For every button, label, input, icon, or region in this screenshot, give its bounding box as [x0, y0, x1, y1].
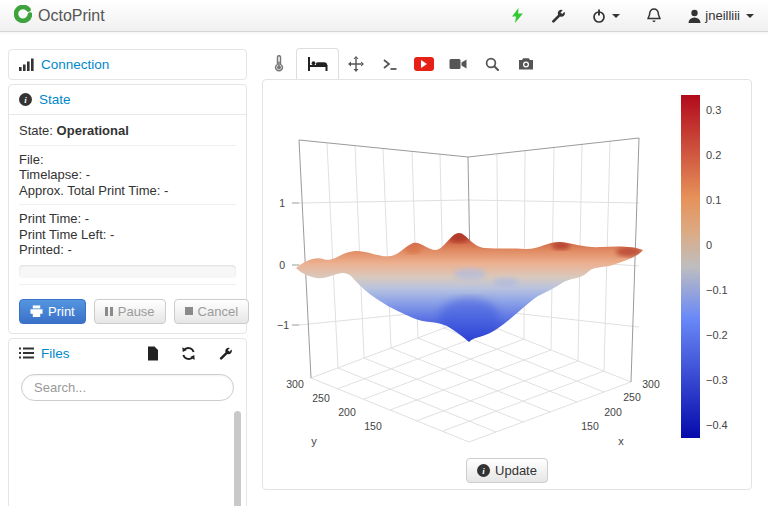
tab-youtube[interactable] — [407, 48, 441, 79]
notifications-bell-icon[interactable] — [647, 8, 661, 23]
state-value: Operational — [57, 123, 129, 138]
y-tick-300: 300 — [286, 378, 304, 390]
youtube-icon — [414, 57, 434, 71]
y-axis-title: y — [311, 435, 317, 447]
colorbar-tick: −0.4 — [706, 419, 746, 431]
octoprint-brand[interactable]: OctoPrint — [14, 5, 105, 26]
approx-total-print-time-value: - — [164, 183, 168, 198]
x-tick-250: 250 — [623, 391, 641, 403]
main-content: 1 0 −1 300 250 200 150 y 300 250 200 150… — [262, 48, 752, 490]
navbar-actions: jneilliii — [512, 8, 754, 23]
tab-camera[interactable] — [509, 48, 543, 79]
wrench-icon[interactable] — [218, 346, 232, 360]
user-icon — [688, 9, 701, 23]
connection-panel: Connection — [8, 49, 247, 80]
file-label: File: — [19, 152, 236, 168]
x-tick-300: 300 — [642, 378, 660, 390]
tab-temperature[interactable] — [262, 48, 296, 79]
x-axis-title: x — [618, 435, 624, 447]
files-panel-title[interactable]: Files — [41, 346, 70, 361]
pause-icon — [105, 307, 113, 316]
timelapse-value: - — [86, 167, 90, 182]
printed-value: - — [67, 242, 71, 257]
video-camera-icon — [449, 58, 467, 70]
print-time-left-label: Print Time Left: — [19, 227, 106, 242]
print-controls: Print Pause Cancel — [19, 291, 236, 327]
files-panel: Files — [8, 338, 247, 506]
colorbar-tick: −0.2 — [706, 329, 746, 341]
top-navbar: OctoPrint jneilliii — [0, 0, 768, 32]
colorbar-tick: −0.1 — [706, 284, 746, 296]
list-icon — [19, 347, 34, 359]
state-label: State: — [19, 123, 53, 138]
power-icon — [592, 9, 606, 23]
tab-webcam[interactable] — [441, 48, 475, 79]
file-icon[interactable] — [147, 346, 159, 361]
print-time-label: Print Time: — [19, 211, 81, 226]
state-panel-header[interactable]: i State — [9, 85, 246, 115]
settings-wrench-icon[interactable] — [550, 8, 565, 23]
tab-gcode-search[interactable] — [475, 48, 509, 79]
signal-icon — [19, 58, 34, 71]
printed-label: Printed: — [19, 242, 64, 257]
user-menu[interactable]: jneilliii — [688, 8, 754, 23]
approx-total-print-time-label: Approx. Total Print Time: — [19, 183, 160, 198]
terminal-icon — [382, 57, 398, 71]
print-button[interactable]: Print — [19, 299, 86, 324]
colorbar-tick: 0.1 — [706, 194, 746, 206]
sidebar: Connection i State State: Operational Fi… — [8, 49, 247, 506]
z-tick-1: 1 — [279, 197, 285, 209]
search-icon — [485, 57, 499, 71]
chevron-down-icon — [612, 14, 620, 18]
info-icon: i — [19, 93, 32, 106]
z-tick-0: 0 — [279, 259, 285, 271]
y-tick-200: 200 — [338, 406, 356, 418]
state-panel-body: State: Operational File: Timelapse: - Ap… — [9, 115, 246, 333]
pause-button[interactable]: Pause — [94, 299, 166, 324]
tab-control[interactable] — [339, 48, 373, 79]
cancel-button[interactable]: Cancel — [174, 299, 249, 324]
username-label: jneilliii — [705, 8, 740, 23]
power-status-bolt-icon[interactable] — [512, 8, 523, 23]
timelapse-label: Timelapse: — [19, 167, 82, 182]
colorbar — [681, 95, 700, 438]
camera-icon — [518, 57, 534, 70]
printer-icon — [30, 305, 43, 318]
bed-visualizer-panel: 1 0 −1 300 250 200 150 y 300 250 200 150… — [262, 79, 752, 490]
move-arrows-icon — [348, 56, 364, 72]
update-button[interactable]: i Update — [466, 458, 548, 483]
colorbar-tick: 0.2 — [706, 149, 746, 161]
connection-panel-header[interactable]: Connection — [9, 50, 246, 79]
files-panel-actions — [147, 346, 236, 361]
state-panel: i State State: Operational File: Timelap… — [8, 84, 247, 334]
tab-bar — [262, 48, 752, 79]
tab-bed-visualizer[interactable] — [296, 48, 339, 79]
print-time-value: - — [85, 211, 89, 226]
files-panel-header: Files — [9, 339, 246, 368]
tab-terminal[interactable] — [373, 48, 407, 79]
z-tick-neg1: −1 — [277, 319, 289, 331]
colorbar-tick: 0 — [706, 239, 746, 251]
thermometer-icon — [273, 55, 285, 72]
y-tick-250: 250 — [312, 392, 330, 404]
colorbar-tick: 0.3 — [706, 104, 746, 116]
x-tick-200: 200 — [604, 406, 622, 418]
bed-icon — [308, 57, 328, 72]
refresh-icon[interactable] — [181, 346, 196, 361]
surface-plot-3d[interactable]: 1 0 −1 300 250 200 150 y 300 250 200 150… — [263, 80, 753, 491]
print-time-left-value: - — [110, 227, 114, 242]
info-icon: i — [477, 464, 490, 477]
file-search-input[interactable] — [21, 374, 234, 401]
y-tick-150: 150 — [364, 420, 382, 432]
print-progress-bar — [19, 265, 236, 278]
files-list — [9, 409, 246, 506]
surface-mesh — [296, 233, 643, 342]
system-power-menu[interactable] — [592, 9, 620, 23]
connection-panel-title[interactable]: Connection — [41, 57, 109, 72]
files-scrollbar[interactable] — [234, 411, 241, 506]
stop-icon — [185, 307, 193, 315]
state-panel-title[interactable]: State — [39, 92, 71, 107]
x-tick-150: 150 — [581, 420, 599, 432]
colorbar-tick: −0.3 — [706, 374, 746, 386]
octoprint-logo-icon — [14, 5, 32, 26]
